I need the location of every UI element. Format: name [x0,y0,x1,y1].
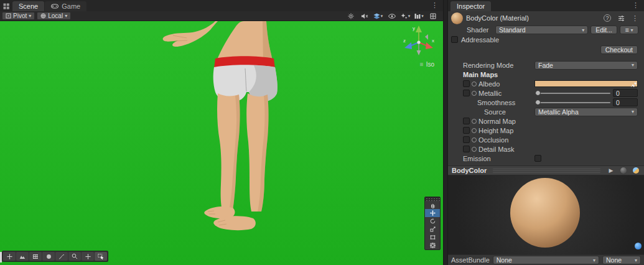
tab-inspector[interactable]: Inspector [450,1,491,11]
unity-editor-window: Scene Game ⋮ Pivot ▾ Local ▾ [0,0,644,265]
material-thumbnail-icon[interactable] [451,12,463,24]
pan-tool-icon[interactable] [82,252,94,261]
texture-picker-icon[interactable] [472,81,477,86]
rotate-tool-button[interactable] [425,217,440,225]
chevron-down-icon: ▾ [632,109,634,114]
chevron-down-icon: ▾ [593,258,595,263]
tab-game[interactable]: Game [45,1,86,11]
scene-viewport[interactable]: y x z ≡ Iso [0,21,443,265]
material-preview[interactable] [448,175,644,254]
metallic-texture-checkbox[interactable] [463,90,470,96]
metallic-label: Metallic [478,90,533,97]
effects-sparkle-icon[interactable]: ▾ [399,12,412,21]
shader-label: Shader [467,26,493,34]
preview-play-icon[interactable]: ▶ [607,167,615,174]
tab-scene[interactable]: Scene [12,1,44,11]
albedo-row: Albedo [448,79,644,88]
shader-edit-button[interactable]: Edit... [590,26,617,34]
y-axis-cone [416,26,422,32]
texture-picker-icon[interactable] [472,147,477,152]
preview-light-icon[interactable] [619,167,628,174]
shader-value: Standard [499,26,582,34]
asset-bundle-dropdown[interactable]: None ▾ [493,256,599,264]
audio-mute-icon[interactable] [358,12,371,21]
chevron-down-icon: ▾ [381,14,383,19]
scale-tool-button[interactable] [425,225,440,233]
move-snap-tool-button[interactable] [3,252,16,261]
shading-mode-icon[interactable]: ▾ [371,12,385,21]
pivot-button[interactable]: Pivot ▾ [2,12,35,20]
scene-panel-menu-icon[interactable]: ⋮ [429,1,440,9]
rect-select-tool-icon[interactable] [95,252,107,261]
character-model [0,21,443,265]
material-kebab-icon[interactable]: ⋮ [630,14,640,22]
lighting-icon[interactable] [344,12,357,21]
asset-bundle-bar: AssetBundle None ▾ None ▾ [448,254,644,265]
shader-dropdown[interactable]: Standard ▾ [495,26,588,34]
move-tool-button[interactable] [425,209,440,217]
metallic-value-field[interactable]: 0 [613,89,638,97]
normal-map-checkbox[interactable] [463,118,470,124]
texture-picker-icon[interactable] [472,137,477,142]
orientation-gizmo[interactable]: y x z [399,23,438,62]
smoothness-slider[interactable] [534,99,611,106]
albedo-texture-checkbox[interactable] [463,80,470,87]
chevron-down-icon: ▾ [421,14,424,19]
hand-tool-button[interactable] [425,201,440,209]
emission-row: Emission [448,154,644,163]
zoom-tool-icon[interactable] [68,252,81,261]
source-row: Source Metallic Alpha ▾ [448,107,644,116]
terrain-tool-icon[interactable] [16,252,29,261]
texture-picker-icon[interactable] [472,128,477,133]
smoothness-label: Smoothness [477,99,533,106]
slider-thumb[interactable] [535,100,541,105]
notification-badge-icon[interactable] [635,243,642,249]
preview-header[interactable]: BodyColor ▶ [448,165,644,175]
rendering-mode-dropdown[interactable]: Fade ▾ [534,61,638,70]
local-button[interactable]: Local ▾ [37,12,71,20]
asset-bundle-value: None [497,256,593,264]
help-icon[interactable]: ? [602,14,613,22]
overlay-columns-icon[interactable]: ▾ [413,12,426,21]
smooth-slope-tool-icon[interactable] [55,252,68,261]
addressable-checkbox[interactable] [451,36,458,43]
transform-tool-button[interactable] [425,241,440,249]
presets-icon[interactable] [616,15,627,22]
detail-mask-label: Detail Mask [478,146,638,153]
inspector-menu-icon[interactable]: ⋮ [630,1,641,9]
window-layout-icon[interactable] [2,2,11,11]
material-inspector: BodyColor (Material) ? ⋮ Shader Standard… [448,11,644,163]
smoothness-value-field[interactable]: 0 [613,98,638,106]
slider-thumb[interactable] [535,90,541,96]
tab-scene-label: Scene [19,2,38,10]
gizmo-projection-toggle[interactable]: ≡ Iso [420,61,434,68]
panel-splitter[interactable] [443,0,448,265]
rect-tool-button[interactable] [425,233,440,241]
occlusion-checkbox[interactable] [463,136,470,143]
detail-mask-checkbox[interactable] [463,146,470,152]
smoothness-row: Smoothness 0 [448,98,644,107]
texture-picker-icon[interactable] [472,91,477,96]
tab-game-label: Game [62,2,80,10]
scrollbar-thumb[interactable] [0,252,2,263]
source-dropdown[interactable]: Metallic Alpha ▾ [534,108,638,116]
preview-drag-handle[interactable] [493,169,600,173]
projection-mode-label: Iso [426,61,434,68]
shader-menu-button[interactable]: ≡ ▾ [620,26,638,34]
inspector-panel: Inspector ⋮ BodyColor (Material) ? ⋮ Sha… [448,0,644,265]
sphere-brush-tool-icon[interactable] [42,252,55,261]
albedo-label: Albedo [478,80,533,88]
height-map-checkbox[interactable] [463,127,470,134]
source-label: Source [484,108,533,116]
preview-environment-icon[interactable] [632,167,640,174]
emission-checkbox[interactable] [534,155,541,162]
asset-bundle-variant-dropdown[interactable]: None ▾ [602,256,641,264]
albedo-color-swatch[interactable] [534,80,638,87]
grid-icon[interactable] [426,12,439,21]
checkout-button[interactable]: Checkout [600,45,638,54]
texture-picker-icon[interactable] [472,119,477,124]
visibility-eye-icon[interactable] [385,12,398,21]
paint-grid-tool-icon[interactable] [29,252,42,261]
metallic-slider[interactable] [534,90,611,97]
x-axis-label: x [432,38,434,44]
